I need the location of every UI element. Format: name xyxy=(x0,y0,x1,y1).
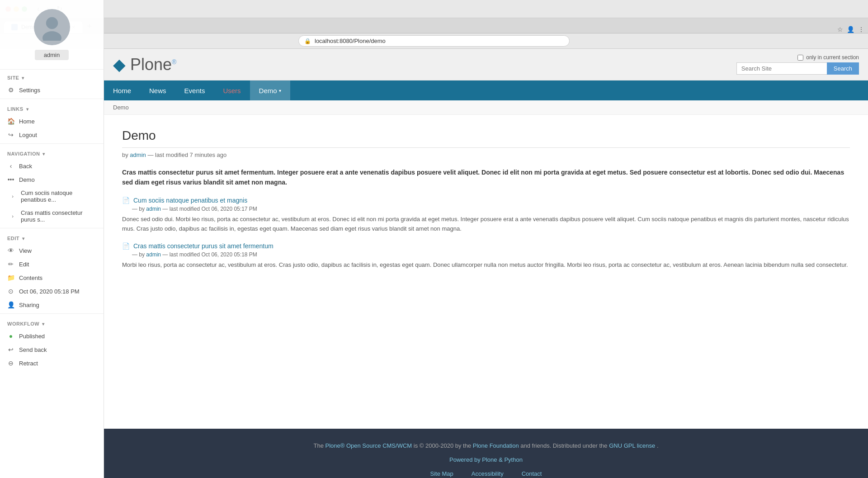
address-bar[interactable]: 🔒 localhost:8080/Plone/demo xyxy=(298,35,570,47)
chevron-down-icon: ▾ xyxy=(26,107,29,112)
send-back-icon: ↩ xyxy=(7,346,14,353)
links-section-title[interactable]: LINKS ▾ xyxy=(7,106,96,112)
menu-icon[interactable]: ⋮ xyxy=(858,26,864,33)
item-byline: — by admin — last modified Oct 06, 2020 … xyxy=(132,251,850,258)
site-wrapper: admin SITE ▾ ⚙ Settings LINKS ▾ 🏠 Home ↪ xyxy=(0,49,868,478)
plone-logo: ◆ Plone® xyxy=(113,55,176,74)
svg-point-0 xyxy=(46,17,57,29)
sidebar-item-view[interactable]: 👁 View xyxy=(0,244,104,257)
address-text: localhost:8080/Plone/demo xyxy=(315,38,386,44)
sidebar-item-home[interactable]: 🏠 Home xyxy=(0,114,104,128)
sidebar-item-contents[interactable]: 📁 Contents xyxy=(0,271,104,284)
sidebar-item-back[interactable]: ‹ Back xyxy=(0,159,104,173)
sidebar-section-navigation: NAVIGATION ▾ xyxy=(0,146,104,159)
chevron-down-icon: ▾ xyxy=(22,76,24,80)
item-author-link[interactable]: admin xyxy=(146,251,161,258)
item-title-row: 📄 Cras mattis consectetur purus sit amet… xyxy=(122,242,850,250)
chevron-down-icon: ▾ xyxy=(42,322,45,327)
powered-link[interactable]: Powered by Plone & Python xyxy=(449,456,523,463)
clock-icon: ⊙ xyxy=(7,288,14,295)
sidebar-section-links: LINKS ▾ xyxy=(0,101,104,114)
nav-item-demo[interactable]: Demo ▾ xyxy=(250,80,290,100)
logo-text: ◆ Plone® xyxy=(113,55,176,74)
sidebar-item-retract[interactable]: ⊖ Retract xyxy=(0,356,104,370)
divider xyxy=(0,99,104,99)
eye-icon: 👁 xyxy=(7,247,14,254)
nav-dropdown-demo: Demo ▾ xyxy=(259,87,281,95)
plone-link[interactable]: Plone® Open Source CMS/WCM xyxy=(325,442,412,449)
item-link[interactable]: Cum sociis natoque penatibus et magnis xyxy=(133,197,247,204)
footer-link-sitemap[interactable]: Site Map xyxy=(430,470,453,477)
nav-item-news[interactable]: News xyxy=(140,80,175,100)
page-meta: by admin — last modified 7 minutes ago xyxy=(122,151,850,158)
sharing-icon: 👤 xyxy=(7,301,14,308)
divider xyxy=(0,313,104,314)
item-description: Morbi leo risus, porta ac consectetur ac… xyxy=(122,260,850,270)
browser-chrome: ‹ › ↻ xyxy=(0,0,868,18)
sidebar: admin SITE ▾ ⚙ Settings LINKS ▾ 🏠 Home ↪ xyxy=(0,0,104,478)
settings-icon: ⚙ xyxy=(7,86,14,94)
footer-link-accessibility[interactable]: Accessibility xyxy=(472,470,504,477)
svg-point-1 xyxy=(42,31,61,41)
edit-section-title[interactable]: EDIT ▾ xyxy=(7,236,96,241)
folder-icon: 📁 xyxy=(7,274,14,281)
footer-link-contact[interactable]: Contact xyxy=(522,470,542,477)
chevron-down-icon: ▾ xyxy=(42,151,45,156)
sidebar-item-send-back[interactable]: ↩ Send back xyxy=(0,343,104,356)
dots-icon: ••• xyxy=(7,176,14,183)
sidebar-item-cum-sociis[interactable]: › Cum sociis natoque penatibus e... xyxy=(0,186,104,206)
sidebar-section-site: SITE ▾ xyxy=(0,70,104,83)
home-icon: 🏠 xyxy=(7,118,14,125)
edit-icon: ✏ xyxy=(7,260,14,268)
nav-item-events[interactable]: Events xyxy=(175,80,214,100)
avatar xyxy=(34,9,70,45)
logo-reg: ® xyxy=(172,58,176,66)
sidebar-item-published[interactable]: ● Published xyxy=(0,329,104,343)
sidebar-item-logout[interactable]: ↪ Logout xyxy=(0,128,104,142)
item-byline: — by admin — last modified Oct 06, 2020 … xyxy=(132,206,850,212)
site-header: ◆ Plone® only in current section Search xyxy=(104,49,868,80)
foundation-link[interactable]: Plone Foundation xyxy=(473,442,519,449)
divider xyxy=(0,143,104,144)
nav-item-home[interactable]: Home xyxy=(104,80,140,100)
header-search: only in current section Search xyxy=(736,54,859,75)
item-link[interactable]: Cras mattis consectetur purus sit amet f… xyxy=(133,242,274,250)
item-description: Donec sed odio dui. Morbi leo risus, por… xyxy=(122,215,850,234)
item-author-link[interactable]: admin xyxy=(146,206,161,212)
only-in-section: only in current section xyxy=(797,54,859,61)
footer-powered: Powered by Plone & Python xyxy=(113,456,859,463)
site-footer: The Plone® Open Source CMS/WCM is © 2000… xyxy=(104,429,868,478)
sidebar-item-settings[interactable]: ⚙ Settings xyxy=(0,83,104,97)
nav-bar: Home News Events Users Demo ▾ xyxy=(104,80,868,100)
back-icon: ‹ xyxy=(7,162,14,170)
main-area: ◆ Plone® only in current section Search … xyxy=(104,49,868,478)
license-link[interactable]: GNU GPL license xyxy=(609,442,655,449)
only-in-section-checkbox[interactable] xyxy=(797,55,803,61)
sidebar-item-cras-mattis[interactable]: › Cras mattis consectetur purus s... xyxy=(0,206,104,226)
item-title-row: 📄 Cum sociis natoque penatibus et magnis xyxy=(122,197,850,204)
footer-main: The Plone® Open Source CMS/WCM is © 2000… xyxy=(113,442,859,449)
lock-icon: 🔒 xyxy=(304,38,311,44)
nav-item-users[interactable]: Users xyxy=(214,80,250,100)
search-input[interactable] xyxy=(736,62,827,75)
sidebar-item-sharing[interactable]: 👤 Sharing xyxy=(0,298,104,312)
workflow-section-title[interactable]: WORKFLOW ▾ xyxy=(7,321,96,327)
chevron-right-icon: › xyxy=(9,213,16,219)
tab-bar: Demo — Plone site ✕ + ☆ 👤 ⋮ xyxy=(0,18,868,33)
user-icon[interactable]: 👤 xyxy=(847,26,854,33)
divider xyxy=(0,228,104,228)
sidebar-item-demo[interactable]: ••• Demo xyxy=(0,173,104,186)
site-section-title[interactable]: SITE ▾ xyxy=(7,75,96,80)
navigation-section-title[interactable]: NAVIGATION ▾ xyxy=(7,151,96,156)
sidebar-item-edit[interactable]: ✏ Edit xyxy=(0,257,104,271)
sidebar-section-edit: EDIT ▾ xyxy=(0,230,104,244)
admin-label: admin xyxy=(35,50,69,60)
star-icon[interactable]: ☆ xyxy=(837,26,843,33)
list-item: 📄 Cras mattis consectetur purus sit amet… xyxy=(122,242,850,270)
logout-icon: ↪ xyxy=(7,131,14,138)
page-title: Demo xyxy=(122,128,850,148)
search-button[interactable]: Search xyxy=(827,62,859,75)
page-lead: Cras mattis consectetur purus sit amet f… xyxy=(122,167,850,188)
dropdown-arrow-icon: ▾ xyxy=(279,88,281,93)
author-link[interactable]: admin xyxy=(130,151,146,158)
